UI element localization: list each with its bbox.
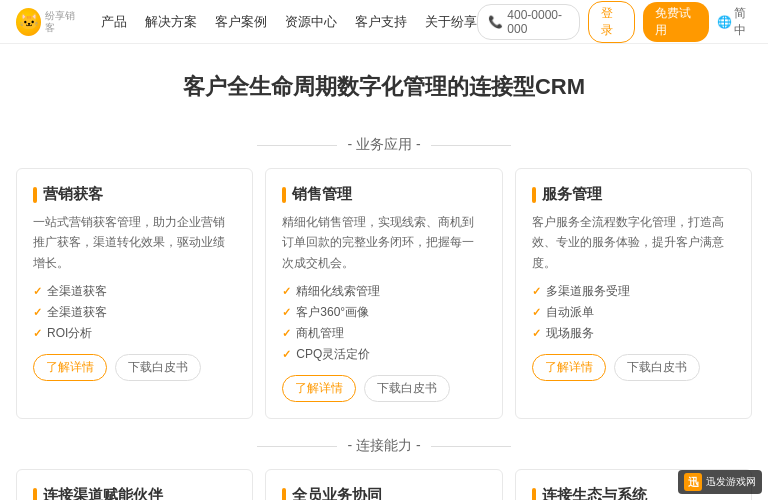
nav-link-资源中心[interactable]: 资源中心 bbox=[285, 13, 337, 31]
title-bar-icon bbox=[532, 488, 536, 500]
card-title: 销售管理 bbox=[282, 185, 485, 204]
whitepaper-button[interactable]: 下载白皮书 bbox=[364, 375, 450, 402]
cards-grid-business: 营销获客 一站式营销获客管理，助力企业营销推广获客，渠道转化效果，驱动业绩增长。… bbox=[0, 168, 768, 419]
card-connect-0: 连接渠道赋能伙伴 数字化连接业务上下游，实现在线订货、客户报备、销售培训等全流程… bbox=[16, 469, 253, 500]
card-title-text: 连接生态与系统 bbox=[542, 486, 647, 500]
card-connect-1: 全员业务协同 融合即时沟通、审批、考勤打卡、工作簿等一站式办公平台，打造极致高效… bbox=[265, 469, 502, 500]
title-bar-icon bbox=[282, 187, 286, 203]
login-button[interactable]: 登录 bbox=[588, 1, 635, 43]
lang-button[interactable]: 🌐 简中 bbox=[717, 5, 752, 39]
card-title-text: 服务管理 bbox=[542, 185, 602, 204]
cards-grid-connect: 连接渠道赋能伙伴 数字化连接业务上下游，实现在线订货、客户报备、销售培训等全流程… bbox=[0, 469, 768, 500]
card-actions: 了解详情 下载白皮书 bbox=[33, 354, 236, 381]
feature-item: 全渠道获客 bbox=[33, 283, 236, 300]
nav-link-关于纷享[interactable]: 关于纷享 bbox=[425, 13, 477, 31]
section-divider-business: - 业务应用 - bbox=[0, 136, 768, 154]
card-description: 客户服务全流程数字化管理，打造高效、专业的服务体验，提升客户满意度。 bbox=[532, 212, 735, 273]
card-business-0: 营销获客 一站式营销获客管理，助力企业营销推广获客，渠道转化效果，驱动业绩增长。… bbox=[16, 168, 253, 419]
nav-actions: 📞 400-0000-000 登录 免费试用 🌐 简中 bbox=[477, 1, 752, 43]
trial-button[interactable]: 免费试用 bbox=[643, 2, 708, 42]
globe-icon: 🌐 bbox=[717, 15, 732, 29]
nav-link-产品[interactable]: 产品 bbox=[101, 13, 127, 31]
divider-line-right bbox=[431, 446, 511, 447]
card-title: 全员业务协同 bbox=[282, 486, 485, 500]
details-button[interactable]: 了解详情 bbox=[33, 354, 107, 381]
logo-text: 纷享销客 bbox=[45, 10, 81, 34]
feature-item: 多渠道服务受理 bbox=[532, 283, 735, 300]
nav-link-客户案例[interactable]: 客户案例 bbox=[215, 13, 267, 31]
divider-line-left bbox=[257, 145, 337, 146]
nav-link-客户支持[interactable]: 客户支持 bbox=[355, 13, 407, 31]
card-title-text: 连接渠道赋能伙伴 bbox=[43, 486, 163, 500]
navbar: 🐱 纷享销客 产品解决方案客户案例资源中心客户支持关于纷享 📞 400-0000… bbox=[0, 0, 768, 44]
logo[interactable]: 🐱 纷享销客 bbox=[16, 8, 81, 36]
card-title: 连接渠道赋能伙伴 bbox=[33, 486, 236, 500]
whitepaper-button[interactable]: 下载白皮书 bbox=[614, 354, 700, 381]
details-button[interactable]: 了解详情 bbox=[532, 354, 606, 381]
feature-item: ROI分析 bbox=[33, 325, 236, 342]
watermark-text: 迅发游戏网 bbox=[706, 475, 756, 489]
hero-section: 客户全生命周期数字化管理的连接型CRM bbox=[0, 44, 768, 118]
feature-item: CPQ灵活定价 bbox=[282, 346, 485, 363]
card-description: 一站式营销获客管理，助力企业营销推广获客，渠道转化效果，驱动业绩增长。 bbox=[33, 212, 236, 273]
feature-item: 精细化线索管理 bbox=[282, 283, 485, 300]
card-title-text: 营销获客 bbox=[43, 185, 103, 204]
divider-line-left bbox=[257, 446, 337, 447]
title-bar-icon bbox=[33, 187, 37, 203]
phone-button[interactable]: 📞 400-0000-000 bbox=[477, 4, 580, 40]
card-title: 服务管理 bbox=[532, 185, 735, 204]
card-business-1: 销售管理 精细化销售管理，实现线索、商机到订单回款的完整业务闭环，把握每一次成交… bbox=[265, 168, 502, 419]
watermark: 迅 迅发游戏网 bbox=[678, 470, 762, 494]
card-features-list: 全渠道获客全渠道获客ROI分析 bbox=[33, 283, 236, 342]
phone-icon: 📞 bbox=[488, 15, 503, 29]
feature-item: 现场服务 bbox=[532, 325, 735, 342]
title-bar-icon bbox=[532, 187, 536, 203]
card-features-list: 精细化线索管理客户360°画像商机管理CPQ灵活定价 bbox=[282, 283, 485, 363]
feature-item: 客户360°画像 bbox=[282, 304, 485, 321]
feature-item: 自动派单 bbox=[532, 304, 735, 321]
logo-icon: 🐱 bbox=[16, 8, 41, 36]
nav-link-解决方案[interactable]: 解决方案 bbox=[145, 13, 197, 31]
section-label: - 连接能力 - bbox=[347, 437, 420, 455]
card-features-list: 多渠道服务受理自动派单现场服务 bbox=[532, 283, 735, 342]
section-label: - 业务应用 - bbox=[347, 136, 420, 154]
watermark-icon: 迅 bbox=[684, 473, 702, 491]
card-title: 营销获客 bbox=[33, 185, 236, 204]
nav-links: 产品解决方案客户案例资源中心客户支持关于纷享 bbox=[101, 13, 477, 31]
whitepaper-button[interactable]: 下载白皮书 bbox=[115, 354, 201, 381]
card-title-text: 销售管理 bbox=[292, 185, 352, 204]
card-description: 精细化销售管理，实现线索、商机到订单回款的完整业务闭环，把握每一次成交机会。 bbox=[282, 212, 485, 273]
divider-line-right bbox=[431, 145, 511, 146]
card-title-text: 全员业务协同 bbox=[292, 486, 382, 500]
card-actions: 了解详情 下载白皮书 bbox=[532, 354, 735, 381]
title-bar-icon bbox=[33, 488, 37, 500]
feature-item: 全渠道获客 bbox=[33, 304, 236, 321]
hero-title: 客户全生命周期数字化管理的连接型CRM bbox=[20, 72, 748, 102]
card-business-2: 服务管理 客户服务全流程数字化管理，打造高效、专业的服务体验，提升客户满意度。 … bbox=[515, 168, 752, 419]
feature-item: 商机管理 bbox=[282, 325, 485, 342]
card-actions: 了解详情 下载白皮书 bbox=[282, 375, 485, 402]
title-bar-icon bbox=[282, 488, 286, 500]
section-divider-connect: - 连接能力 - bbox=[0, 437, 768, 455]
details-button[interactable]: 了解详情 bbox=[282, 375, 356, 402]
